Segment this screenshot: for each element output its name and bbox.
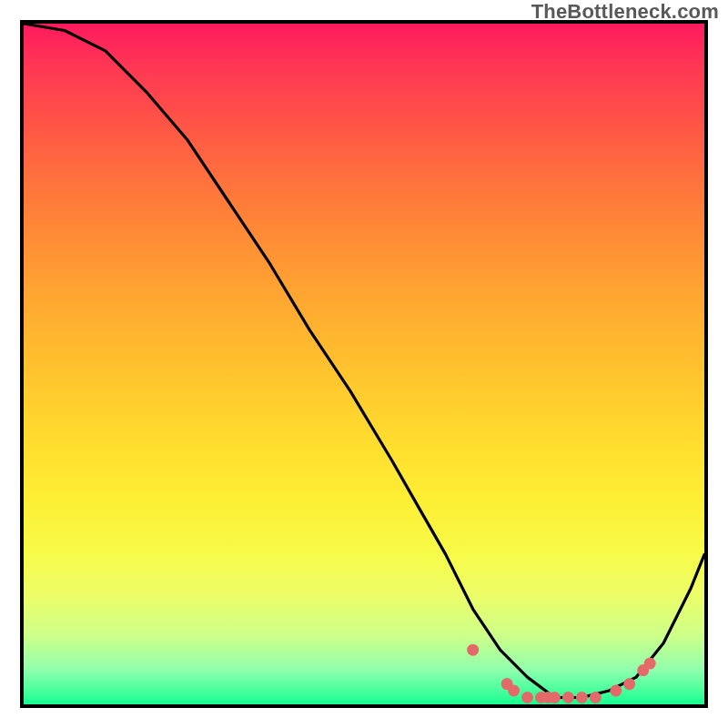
fit-marker [508,685,520,697]
bottleneck-curve-path [24,24,704,698]
fit-marker [549,692,561,703]
plot-area [20,20,708,708]
fit-marker [590,692,602,703]
fit-marker [562,692,574,703]
fit-marker [467,644,479,656]
fit-marker [521,692,533,703]
curve-layer [24,24,704,704]
fit-marker-group [467,644,656,703]
fit-marker [610,685,622,697]
fit-marker [576,692,588,703]
fit-marker [623,678,635,690]
fit-marker [644,658,656,670]
bottleneck-chart: TheBottleneck.com [0,0,728,728]
